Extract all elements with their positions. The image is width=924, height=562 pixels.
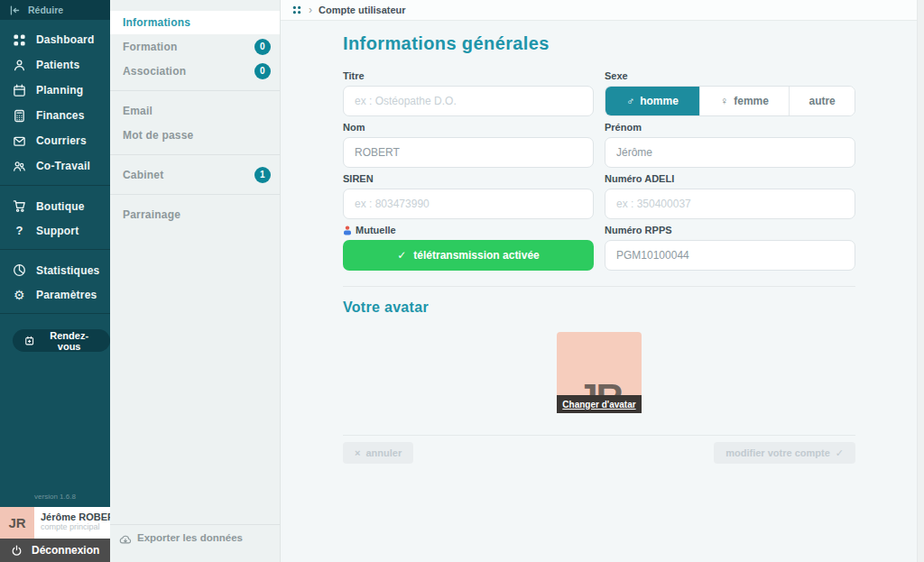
siren-label: SIREN bbox=[343, 173, 594, 184]
courriers-icon bbox=[13, 134, 26, 148]
collapse-sidebar-button[interactable]: Réduire bbox=[0, 0, 110, 20]
main-sidebar: Réduire Dashboard Patients Planning Fina… bbox=[0, 0, 110, 562]
secondary-nav: Boutique ? Support bbox=[0, 192, 110, 243]
settings-item-mot-de-passe[interactable]: Mot de passe bbox=[110, 123, 280, 147]
adeli-input[interactable] bbox=[605, 189, 855, 219]
user-name: Jérôme ROBERT bbox=[41, 511, 110, 522]
power-icon bbox=[11, 545, 23, 557]
rendez-vous-label: Rendez-vous bbox=[40, 330, 98, 352]
settings-item-label: Association bbox=[123, 65, 186, 78]
sidebar-divider bbox=[0, 185, 110, 186]
sidebar-item-finances[interactable]: Finances bbox=[0, 103, 110, 128]
settings-item-label: Formation bbox=[123, 41, 177, 53]
settings-sidebar: Informations Formation 0 Association 0 E… bbox=[110, 0, 281, 562]
collapse-icon bbox=[9, 5, 21, 16]
user-account-card[interactable]: JR Jérôme ROBERT compte principal bbox=[0, 507, 110, 539]
titre-input[interactable] bbox=[343, 86, 594, 116]
field-mutuelle: Mutuelle ✓ télétransmission activée bbox=[343, 219, 594, 271]
settings-item-cabinet[interactable]: Cabinet 1 bbox=[110, 162, 280, 187]
settings-divider bbox=[110, 90, 280, 91]
field-nom: Nom bbox=[343, 116, 594, 168]
settings-item-association[interactable]: Association 0 bbox=[110, 59, 280, 83]
footer-divider bbox=[343, 435, 855, 436]
change-avatar-label: Changer d'avatar bbox=[562, 400, 635, 410]
teletransmission-label: télétransmission activée bbox=[413, 249, 539, 262]
home-grid-icon[interactable] bbox=[291, 5, 302, 15]
check-icon: ✓ bbox=[397, 249, 406, 262]
dashboard-icon bbox=[13, 33, 26, 47]
nom-label: Nom bbox=[343, 122, 594, 133]
settings-item-label: Cabinet bbox=[123, 169, 163, 181]
cloud-download-icon bbox=[119, 533, 132, 546]
field-prenom: Prénom bbox=[605, 116, 855, 168]
sidebar-item-label: Finances bbox=[36, 109, 85, 122]
cotravail-icon bbox=[13, 160, 26, 173]
count-badge: 1 bbox=[254, 167, 271, 183]
sidebar-item-support[interactable]: ? Support bbox=[0, 218, 110, 243]
settings-item-formation[interactable]: Formation 0 bbox=[110, 34, 280, 59]
finances-icon bbox=[13, 109, 26, 123]
sidebar-item-cotravail[interactable]: Co-Travail bbox=[0, 153, 110, 179]
user-avatar: JR bbox=[0, 507, 34, 539]
sidebar-item-patients[interactable]: Patients bbox=[0, 52, 110, 78]
rpps-input[interactable] bbox=[605, 240, 855, 271]
sidebar-divider bbox=[0, 313, 110, 314]
sexe-option-label: autre bbox=[808, 95, 835, 107]
field-siren: SIREN bbox=[343, 168, 594, 219]
export-data-label: Exporter les données bbox=[137, 532, 243, 543]
male-icon: ♂ bbox=[626, 95, 634, 107]
rendez-vous-button[interactable]: Rendez-vous bbox=[13, 329, 110, 352]
settings-item-label: Email bbox=[123, 105, 152, 117]
settings-item-parrainage[interactable]: Parrainage bbox=[110, 202, 280, 226]
sidebar-item-statistiques[interactable]: Statistiques bbox=[0, 258, 110, 282]
field-rpps: Numéro RPPS bbox=[605, 219, 855, 271]
submit-label: modifier votre compte bbox=[725, 447, 830, 458]
settings-item-label: Parrainage bbox=[123, 208, 180, 221]
logout-button[interactable]: Déconnexion bbox=[0, 539, 110, 562]
field-adeli: Numéro ADELI bbox=[605, 168, 855, 219]
close-icon: × bbox=[355, 447, 360, 458]
settings-item-email[interactable]: Email bbox=[110, 98, 280, 123]
mutuelle-label: Mutuelle bbox=[343, 225, 594, 235]
calendar-plus-icon bbox=[24, 336, 34, 346]
page-title: Informations générales bbox=[343, 33, 855, 54]
count-badge: 0 bbox=[254, 63, 271, 79]
siren-input[interactable] bbox=[343, 189, 594, 219]
sexe-label: Sexe bbox=[605, 70, 855, 81]
nom-input[interactable] bbox=[343, 137, 594, 168]
settings-divider bbox=[110, 154, 280, 155]
adeli-label: Numéro ADELI bbox=[605, 173, 855, 184]
sidebar-item-dashboard[interactable]: Dashboard bbox=[0, 27, 110, 52]
support-icon: ? bbox=[13, 224, 26, 237]
sidebar-item-courriers[interactable]: Courriers bbox=[0, 128, 110, 153]
export-data-button[interactable]: Exporter les données bbox=[110, 524, 280, 562]
cancel-button[interactable]: × annuler bbox=[343, 442, 413, 464]
avatar-uploader[interactable]: JR Changer d'avatar bbox=[557, 332, 642, 413]
scrollbar[interactable] bbox=[917, 0, 924, 562]
change-avatar-button[interactable]: Changer d'avatar bbox=[557, 395, 642, 413]
sidebar-item-label: Patients bbox=[36, 59, 79, 71]
settings-item-label: Informations bbox=[123, 16, 190, 29]
account-form: Informations générales Titre Sexe ♂ homm… bbox=[281, 21, 855, 464]
teletransmission-button[interactable]: ✓ télétransmission activée bbox=[343, 240, 594, 271]
field-titre: Titre bbox=[343, 65, 594, 116]
settings-item-label: Mot de passe bbox=[123, 129, 193, 142]
female-icon: ♀ bbox=[720, 95, 728, 107]
sidebar-item-label: Support bbox=[36, 225, 79, 237]
prenom-input[interactable] bbox=[605, 137, 855, 168]
prenom-label: Prénom bbox=[605, 122, 855, 133]
settings-item-informations[interactable]: Informations bbox=[110, 11, 280, 34]
boutique-icon bbox=[13, 199, 26, 213]
sidebar-item-boutique[interactable]: Boutique bbox=[0, 194, 110, 218]
sidebar-item-planning[interactable]: Planning bbox=[0, 78, 110, 103]
sexe-option-homme[interactable]: ♂ homme bbox=[605, 87, 699, 115]
parametres-icon: ⚙ bbox=[13, 288, 26, 301]
main-area: › Compte utilisateur Informations généra… bbox=[281, 0, 924, 562]
breadcrumb-page: Compte utilisateur bbox=[319, 5, 406, 15]
submit-button[interactable]: modifier votre compte ✓ bbox=[714, 442, 855, 464]
sexe-option-femme[interactable]: ♀ femme bbox=[699, 87, 789, 115]
sexe-option-autre[interactable]: autre bbox=[789, 87, 855, 115]
count-badge: 0 bbox=[254, 39, 271, 55]
avatar-section-title: Votre avatar bbox=[343, 299, 855, 316]
sidebar-item-parametres[interactable]: ⚙ Paramètres bbox=[0, 282, 110, 307]
